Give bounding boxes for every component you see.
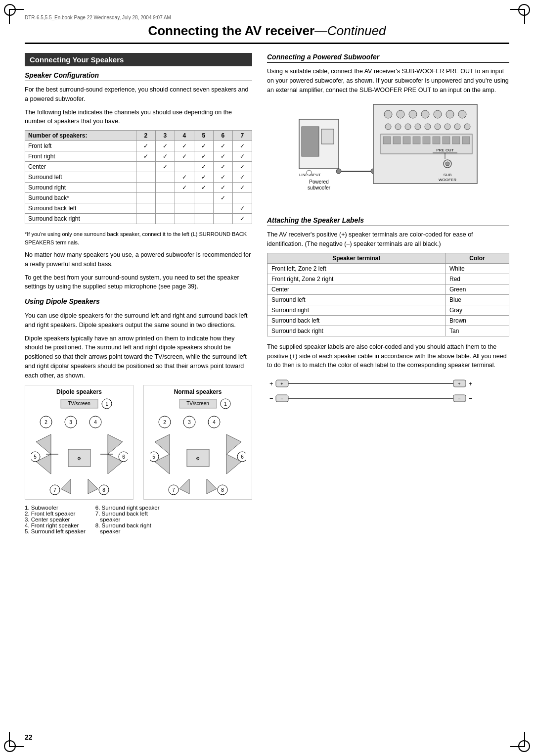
terminal-header-terminal: Speaker terminal [267,253,445,263]
table-row: Surround back rightTan [267,326,509,336]
legend-item-3: 3. Center speaker [25,517,86,522]
table-cell: Surround back* [25,193,136,203]
dipole-diagram-area: Dipole speakers TV/screen 1 2 [25,385,252,500]
table-cell [136,162,155,172]
title-main: Connecting the AV receiver [148,23,314,38]
circle-tl [4,4,16,16]
table-cell [155,203,175,214]
table-cell: Front right [25,151,136,162]
circle-bl [4,740,16,752]
table-cell [136,172,155,183]
powered-sub-para1: Using a suitable cable, connect the AV r… [267,67,509,94]
table-cell [155,183,175,193]
section-header: Connecting Your Speakers [25,53,252,66]
table-cell [194,214,213,224]
dipole-left-svg: TV/screen 1 2 3 4 [28,397,130,496]
svg-point-80 [464,124,470,130]
table-cell [136,203,155,214]
table-cell: ✓ [213,151,232,162]
table-cell: Blue [445,294,509,305]
table-cell: ✓ [155,141,175,151]
table-cell: ✓ [194,151,213,162]
svg-marker-23 [88,479,98,494]
table-row: Surround leftBlue [267,294,509,305]
svg-marker-14 [108,434,123,454]
circle-br [518,740,530,752]
table-cell: Surround back left [25,203,136,214]
legend-col2: 6. Surround right speaker 7. Surround ba… [95,505,160,534]
speaker-config-para2: The following table indicates the channe… [25,108,252,127]
svg-text:−: − [458,396,460,401]
table-row: Surround back left✓ [25,203,252,214]
table-cell: ✓ [194,172,213,183]
table-cell [175,203,194,214]
table-row: Surround back right✓ [25,214,252,224]
speaker-config-para3: No matter how many speakers you use, a p… [25,250,252,269]
table-header-speakers: Number of speakers: [25,131,136,141]
svg-rect-88 [443,137,450,144]
table-cell: ✓ [194,183,213,193]
svg-text:⚙: ⚙ [196,456,200,461]
table-cell: Front left, Zone 2 left [267,263,445,274]
table-row: Surround back*✓ [25,193,252,203]
svg-marker-42 [226,434,241,454]
table-cell: Center [25,162,136,172]
table-cell: ✓ [175,172,194,183]
svg-text:TV/screen: TV/screen [186,401,209,406]
svg-text:−: − [269,395,273,402]
svg-text:7: 7 [172,487,175,493]
legend-item-6: 6. Surround right speaker [95,505,160,511]
svg-text:PRE OUT: PRE OUT [436,148,454,152]
speaker-config-title: Speaker Configuration [25,71,252,81]
legend-item-7: 7. Surround back left speaker [95,511,160,522]
speaker-labels-title: Attaching the Speaker Labels [267,216,509,226]
table-row: Center✓✓✓✓ [25,162,252,172]
svg-marker-51 [207,479,217,494]
left-column: Connecting Your Speakers Speaker Configu… [25,53,252,534]
speaker-labels-para2: The supplied speaker labels are also col… [267,342,509,370]
powered-sub-title: Connecting a Powered Subwoofer [267,53,509,63]
speaker-table-footnote: *If you're using only one surround back … [25,230,252,246]
svg-point-78 [445,124,450,130]
table-row: Surround rightGray [267,305,509,315]
svg-point-62 [336,169,341,174]
two-column-layout: Connecting Your Speakers Speaker Configu… [25,53,509,534]
svg-point-76 [425,124,431,130]
table-cell: Red [445,274,509,284]
dipole-right-svg: TV/screen 1 2 3 4 [147,397,249,496]
table-cell: ✓ [232,214,252,224]
table-cell: Surround back right [267,326,445,336]
table-cell: ✓ [213,162,232,172]
table-cell: Green [445,284,509,294]
svg-text:SUB: SUB [444,173,451,177]
page: DTR-6.5,5.5_En.book Page 22 Wednesday, J… [0,0,534,756]
table-cell: White [445,263,509,274]
table-cell: ✓ [155,151,175,162]
table-cell: ✓ [213,141,232,151]
svg-text:1: 1 [105,401,108,407]
dipole-para2: Dipole speakers typically have an arrow … [25,334,252,380]
table-cell: ✓ [213,183,232,193]
dipole-title: Using Dipole Speakers [25,297,252,307]
svg-marker-48 [179,479,189,494]
table-cell: ✓ [232,172,252,183]
legend-item-8: 8. Surround back right speaker [95,522,160,534]
svg-text:+: + [469,380,473,387]
svg-point-69 [434,110,442,118]
subwoofer-svg: Powered subwoofer LINE INPUT [294,99,482,208]
table-cell: Surround back right [25,214,136,224]
title-continued: —Continued [314,23,386,38]
svg-rect-84 [403,137,410,144]
table-cell: ✓ [194,141,213,151]
table-cell [175,214,194,224]
svg-point-70 [446,110,454,118]
table-row: Surround left✓✓✓✓ [25,172,252,183]
svg-text:−: − [280,396,283,401]
table-cell [213,214,232,224]
svg-rect-89 [452,137,460,144]
svg-point-71 [458,110,466,118]
table-cell: ✓ [175,151,194,162]
table-cell: Gray [445,305,509,315]
table-cell: Surround left [25,172,136,183]
svg-marker-20 [61,479,71,494]
